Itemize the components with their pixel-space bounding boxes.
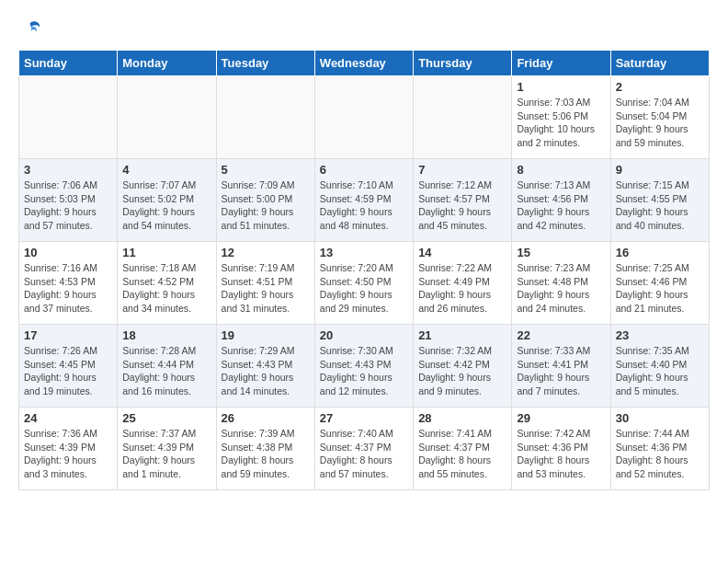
day-info: Sunrise: 7:32 AM Sunset: 4:42 PM Dayligh… bbox=[418, 344, 506, 398]
calendar-cell: 15Sunrise: 7:23 AM Sunset: 4:48 PM Dayli… bbox=[512, 242, 610, 325]
calendar-cell: 3Sunrise: 7:06 AM Sunset: 5:03 PM Daylig… bbox=[19, 159, 118, 242]
day-number: 11 bbox=[122, 246, 210, 259]
calendar-cell: 8Sunrise: 7:13 AM Sunset: 4:56 PM Daylig… bbox=[512, 159, 610, 242]
day-info: Sunrise: 7:30 AM Sunset: 4:43 PM Dayligh… bbox=[320, 344, 408, 398]
calendar-cell: 17Sunrise: 7:26 AM Sunset: 4:45 PM Dayli… bbox=[19, 325, 118, 408]
day-number: 20 bbox=[320, 328, 408, 342]
day-info: Sunrise: 7:25 AM Sunset: 4:46 PM Dayligh… bbox=[616, 261, 704, 316]
day-info: Sunrise: 7:03 AM Sunset: 5:06 PM Dayligh… bbox=[517, 96, 605, 150]
day-number: 5 bbox=[222, 163, 310, 177]
day-number: 6 bbox=[320, 163, 408, 177]
day-number: 3 bbox=[24, 163, 112, 177]
calendar-cell: 7Sunrise: 7:12 AM Sunset: 4:57 PM Daylig… bbox=[414, 159, 512, 242]
day-number: 7 bbox=[418, 163, 506, 177]
day-number: 27 bbox=[320, 411, 408, 425]
calendar-cell: 23Sunrise: 7:35 AM Sunset: 4:40 PM Dayli… bbox=[610, 325, 709, 408]
calendar-cell: 5Sunrise: 7:09 AM Sunset: 5:00 PM Daylig… bbox=[216, 159, 314, 242]
calendar-cell: 29Sunrise: 7:42 AM Sunset: 4:36 PM Dayli… bbox=[512, 408, 610, 490]
calendar-cell: 24Sunrise: 7:36 AM Sunset: 4:39 PM Dayli… bbox=[19, 408, 118, 490]
day-info: Sunrise: 7:07 AM Sunset: 5:02 PM Dayligh… bbox=[122, 178, 210, 233]
calendar-cell bbox=[216, 76, 314, 159]
day-info: Sunrise: 7:23 AM Sunset: 4:48 PM Dayligh… bbox=[517, 261, 605, 316]
calendar-cell: 27Sunrise: 7:40 AM Sunset: 4:37 PM Dayli… bbox=[314, 408, 413, 490]
calendar-cell: 4Sunrise: 7:07 AM Sunset: 5:02 PM Daylig… bbox=[118, 159, 216, 242]
day-number: 28 bbox=[418, 411, 506, 425]
day-number: 22 bbox=[517, 328, 605, 342]
calendar-cell bbox=[414, 76, 512, 159]
calendar-cell bbox=[118, 76, 216, 159]
day-info: Sunrise: 7:29 AM Sunset: 4:43 PM Dayligh… bbox=[222, 344, 310, 398]
day-info: Sunrise: 7:09 AM Sunset: 5:00 PM Dayligh… bbox=[222, 178, 310, 233]
logo bbox=[18, 18, 42, 40]
calendar-cell: 6Sunrise: 7:10 AM Sunset: 4:59 PM Daylig… bbox=[314, 159, 413, 242]
day-info: Sunrise: 7:10 AM Sunset: 4:59 PM Dayligh… bbox=[320, 178, 408, 233]
calendar: SundayMondayTuesdayWednesdayThursdayFrid… bbox=[18, 50, 710, 490]
calendar-cell: 26Sunrise: 7:39 AM Sunset: 4:38 PM Dayli… bbox=[216, 408, 314, 490]
day-number: 8 bbox=[517, 163, 605, 177]
calendar-header-tuesday: Tuesday bbox=[216, 51, 314, 76]
day-info: Sunrise: 7:36 AM Sunset: 4:39 PM Dayligh… bbox=[24, 427, 112, 481]
day-info: Sunrise: 7:28 AM Sunset: 4:44 PM Dayligh… bbox=[122, 344, 210, 398]
day-info: Sunrise: 7:06 AM Sunset: 5:03 PM Dayligh… bbox=[24, 178, 112, 233]
day-number: 16 bbox=[616, 246, 704, 259]
header bbox=[18, 18, 710, 40]
calendar-cell bbox=[314, 76, 413, 159]
day-info: Sunrise: 7:20 AM Sunset: 4:50 PM Dayligh… bbox=[320, 261, 408, 316]
day-info: Sunrise: 7:42 AM Sunset: 4:36 PM Dayligh… bbox=[517, 427, 605, 481]
day-number: 12 bbox=[222, 246, 310, 259]
day-number: 30 bbox=[616, 411, 704, 425]
calendar-header-sunday: Sunday bbox=[19, 51, 118, 76]
day-number: 18 bbox=[122, 328, 210, 342]
day-info: Sunrise: 7:26 AM Sunset: 4:45 PM Dayligh… bbox=[24, 344, 112, 398]
day-info: Sunrise: 7:15 AM Sunset: 4:55 PM Dayligh… bbox=[616, 178, 704, 233]
calendar-header-monday: Monday bbox=[118, 51, 216, 76]
day-number: 1 bbox=[517, 80, 605, 94]
calendar-cell: 12Sunrise: 7:19 AM Sunset: 4:51 PM Dayli… bbox=[216, 242, 314, 325]
calendar-cell: 28Sunrise: 7:41 AM Sunset: 4:37 PM Dayli… bbox=[414, 408, 512, 490]
day-info: Sunrise: 7:41 AM Sunset: 4:37 PM Dayligh… bbox=[418, 427, 506, 481]
calendar-week-row: 1Sunrise: 7:03 AM Sunset: 5:06 PM Daylig… bbox=[19, 76, 710, 159]
calendar-week-row: 24Sunrise: 7:36 AM Sunset: 4:39 PM Dayli… bbox=[19, 408, 710, 490]
day-number: 23 bbox=[616, 328, 704, 342]
day-info: Sunrise: 7:35 AM Sunset: 4:40 PM Dayligh… bbox=[616, 344, 704, 398]
calendar-header-thursday: Thursday bbox=[414, 51, 512, 76]
day-number: 13 bbox=[320, 246, 408, 259]
day-info: Sunrise: 7:33 AM Sunset: 4:41 PM Dayligh… bbox=[517, 344, 605, 398]
day-info: Sunrise: 7:40 AM Sunset: 4:37 PM Dayligh… bbox=[320, 427, 408, 481]
day-number: 17 bbox=[24, 328, 112, 342]
calendar-header-row: SundayMondayTuesdayWednesdayThursdayFrid… bbox=[19, 51, 710, 76]
logo-bird-icon bbox=[20, 18, 42, 40]
day-number: 19 bbox=[222, 328, 310, 342]
day-number: 26 bbox=[222, 411, 310, 425]
calendar-week-row: 3Sunrise: 7:06 AM Sunset: 5:03 PM Daylig… bbox=[19, 159, 710, 242]
calendar-cell: 9Sunrise: 7:15 AM Sunset: 4:55 PM Daylig… bbox=[610, 159, 709, 242]
day-info: Sunrise: 7:04 AM Sunset: 5:04 PM Dayligh… bbox=[616, 96, 704, 150]
calendar-header-friday: Friday bbox=[512, 51, 610, 76]
day-number: 29 bbox=[517, 411, 605, 425]
calendar-cell: 18Sunrise: 7:28 AM Sunset: 4:44 PM Dayli… bbox=[118, 325, 216, 408]
calendar-cell: 20Sunrise: 7:30 AM Sunset: 4:43 PM Dayli… bbox=[314, 325, 413, 408]
calendar-cell: 22Sunrise: 7:33 AM Sunset: 4:41 PM Dayli… bbox=[512, 325, 610, 408]
day-number: 24 bbox=[24, 411, 112, 425]
day-info: Sunrise: 7:22 AM Sunset: 4:49 PM Dayligh… bbox=[418, 261, 506, 316]
day-number: 15 bbox=[517, 246, 605, 259]
day-info: Sunrise: 7:12 AM Sunset: 4:57 PM Dayligh… bbox=[418, 178, 506, 233]
calendar-cell: 30Sunrise: 7:44 AM Sunset: 4:36 PM Dayli… bbox=[610, 408, 709, 490]
calendar-cell: 19Sunrise: 7:29 AM Sunset: 4:43 PM Dayli… bbox=[216, 325, 314, 408]
calendar-cell: 1Sunrise: 7:03 AM Sunset: 5:06 PM Daylig… bbox=[512, 76, 610, 159]
day-number: 10 bbox=[24, 246, 112, 259]
day-info: Sunrise: 7:44 AM Sunset: 4:36 PM Dayligh… bbox=[616, 427, 704, 481]
calendar-cell bbox=[19, 76, 118, 159]
day-info: Sunrise: 7:13 AM Sunset: 4:56 PM Dayligh… bbox=[517, 178, 605, 233]
calendar-cell: 14Sunrise: 7:22 AM Sunset: 4:49 PM Dayli… bbox=[414, 242, 512, 325]
calendar-cell: 13Sunrise: 7:20 AM Sunset: 4:50 PM Dayli… bbox=[314, 242, 413, 325]
day-info: Sunrise: 7:37 AM Sunset: 4:39 PM Dayligh… bbox=[122, 427, 210, 481]
day-number: 14 bbox=[418, 246, 506, 259]
day-info: Sunrise: 7:18 AM Sunset: 4:52 PM Dayligh… bbox=[122, 261, 210, 316]
calendar-cell: 25Sunrise: 7:37 AM Sunset: 4:39 PM Dayli… bbox=[118, 408, 216, 490]
day-number: 2 bbox=[616, 80, 704, 94]
calendar-cell: 10Sunrise: 7:16 AM Sunset: 4:53 PM Dayli… bbox=[19, 242, 118, 325]
calendar-cell: 11Sunrise: 7:18 AM Sunset: 4:52 PM Dayli… bbox=[118, 242, 216, 325]
calendar-cell: 16Sunrise: 7:25 AM Sunset: 4:46 PM Dayli… bbox=[610, 242, 709, 325]
day-number: 21 bbox=[418, 328, 506, 342]
